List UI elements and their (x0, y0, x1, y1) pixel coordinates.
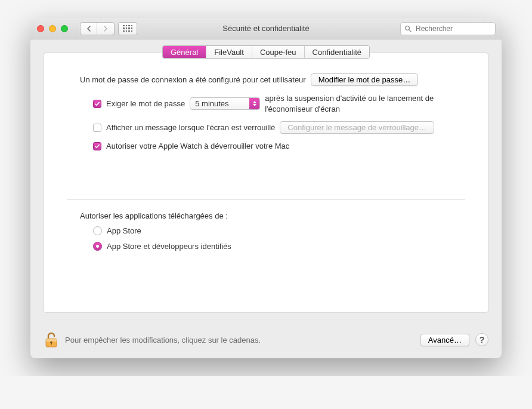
lock-icon[interactable] (44, 331, 59, 349)
help-button[interactable]: ? (475, 333, 488, 346)
radio-app-store-label: App Store (107, 226, 141, 236)
svg-rect-5 (51, 343, 52, 345)
radio-identified-developers-label: App Store et développeurs identifiés (107, 241, 231, 252)
chevron-up-down-icon (249, 98, 259, 109)
svg-line-1 (409, 29, 411, 31)
grid-icon (123, 25, 132, 32)
require-password-after-text: après la suspension d'activité ou le lan… (265, 93, 444, 114)
minimize-icon[interactable] (49, 25, 56, 32)
prefs-window: Sécurité et confidentialité Général File… (30, 18, 502, 358)
password-delay-value: 5 minutes (195, 99, 228, 109)
footer: Pour empêcher les modifications, cliquez… (30, 326, 502, 358)
tab-privacy[interactable]: Confidentialité (305, 46, 369, 58)
radio-app-store[interactable] (93, 226, 102, 235)
allow-downloads-header: Autoriser les applications téléchargées … (80, 211, 228, 222)
show-lock-message-label: Afficher un message lorsque l'écran est … (106, 122, 275, 133)
search-icon (404, 25, 412, 32)
tab-bar: Général FileVault Coupe-feu Confidential… (44, 45, 488, 59)
set-lock-message-button: Configurer le message de verrouillage… (280, 121, 434, 134)
tab-firewall[interactable]: Coupe-feu (252, 46, 305, 58)
show-all-button[interactable] (118, 22, 137, 35)
apple-watch-unlock-checkbox[interactable] (93, 142, 101, 150)
tab-filevault[interactable]: FileVault (206, 46, 252, 58)
window-controls (37, 25, 68, 32)
search-input[interactable] (415, 24, 491, 33)
forward-button[interactable] (97, 23, 114, 35)
back-button[interactable] (81, 23, 97, 35)
lock-hint-text: Pour empêcher les modifications, cliquez… (65, 336, 261, 345)
require-password-label: Exiger le mot de passe (106, 99, 185, 109)
titlebar: Sécurité et confidentialité (30, 18, 502, 39)
show-lock-message-checkbox[interactable] (93, 124, 101, 132)
main-panel: Général FileVault Coupe-feu Confidential… (44, 53, 488, 313)
nav-back-forward (80, 22, 115, 35)
change-password-button[interactable]: Modifier le mot de passe… (311, 73, 419, 86)
close-icon[interactable] (37, 25, 44, 32)
advanced-button[interactable]: Avancé… (420, 334, 469, 346)
radio-identified-developers[interactable] (93, 242, 102, 251)
apple-watch-unlock-label: Autoriser votre Apple Watch à déverrouil… (106, 141, 289, 152)
tab-general[interactable]: Général (163, 46, 206, 58)
zoom-icon[interactable] (61, 25, 68, 32)
password-delay-select[interactable]: 5 minutes (190, 97, 260, 110)
require-password-checkbox[interactable] (93, 100, 101, 108)
password-configured-text: Un mot de passe de connexion a été confi… (80, 75, 306, 85)
svg-rect-3 (46, 339, 57, 342)
search-field[interactable] (400, 22, 496, 35)
